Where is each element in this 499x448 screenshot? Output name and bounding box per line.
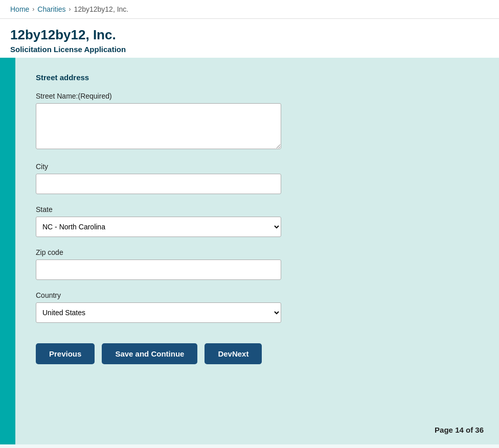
main-content: Street address Street Name:(Required) Ci… — [0, 58, 499, 444]
zip-group: Zip code — [36, 248, 479, 280]
city-label: City — [36, 162, 479, 171]
previous-button[interactable]: Previous — [36, 343, 95, 364]
page-subtitle: Solicitation License Application — [10, 45, 489, 54]
city-input[interactable] — [36, 174, 281, 194]
dev-next-button[interactable]: DevNext — [205, 343, 262, 364]
zip-label: Zip code — [36, 248, 479, 256]
page-title: 12by12by12, Inc. — [10, 27, 489, 43]
page-info: Page 14 of 36 — [435, 426, 484, 434]
save-continue-button[interactable]: Save and Continue — [102, 343, 197, 364]
section-heading: Street address — [36, 73, 479, 82]
country-select[interactable]: United StatesCanadaMexicoUnited KingdomO… — [36, 302, 281, 323]
street-name-input[interactable] — [36, 103, 281, 149]
state-label: State — [36, 205, 479, 214]
country-label: Country — [36, 291, 479, 299]
button-bar: Previous Save and Continue DevNext — [36, 343, 479, 364]
country-group: Country United StatesCanadaMexicoUnited … — [36, 291, 479, 323]
form-area: Street address Street Name:(Required) Ci… — [15, 58, 499, 444]
breadcrumb-sep-1: › — [32, 6, 34, 13]
breadcrumb-current: 12by12by12, Inc. — [74, 5, 129, 13]
city-group: City — [36, 162, 479, 194]
page-header: 12by12by12, Inc. Solicitation License Ap… — [0, 19, 499, 58]
state-group: State AL - AlabamaAK - AlaskaAZ - Arizon… — [36, 205, 479, 237]
street-name-label: Street Name:(Required) — [36, 92, 479, 100]
breadcrumb-sep-2: › — [69, 6, 71, 13]
breadcrumb-home[interactable]: Home — [10, 5, 29, 13]
breadcrumb: Home › Charities › 12by12by12, Inc. — [0, 0, 499, 19]
zip-input[interactable] — [36, 260, 281, 280]
state-select[interactable]: AL - AlabamaAK - AlaskaAZ - ArizonaAR - … — [36, 217, 281, 237]
breadcrumb-charities[interactable]: Charities — [37, 5, 65, 13]
street-name-group: Street Name:(Required) — [36, 92, 479, 151]
left-accent-bar — [0, 58, 15, 444]
